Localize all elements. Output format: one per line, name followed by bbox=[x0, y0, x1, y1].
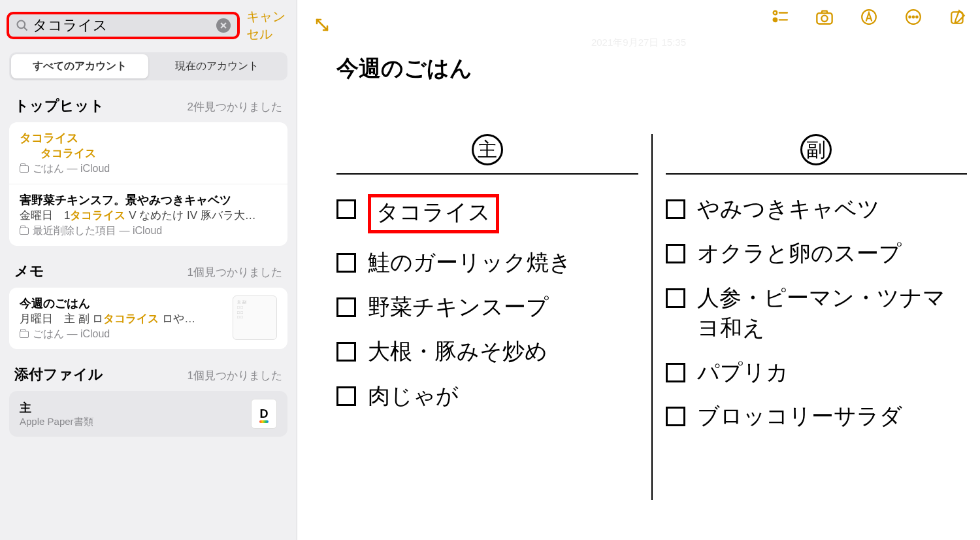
result-title: 害野菜チキンスフ。景やみつきキャベツ bbox=[20, 192, 277, 208]
list-item: 肉じゃが bbox=[336, 381, 638, 411]
checkbox-icon bbox=[666, 199, 685, 219]
svg-point-15 bbox=[916, 16, 918, 18]
list-item: オクラと卵のスープ bbox=[666, 239, 968, 269]
svg-point-0 bbox=[18, 21, 25, 29]
svg-point-6 bbox=[774, 18, 777, 22]
segment-current-account[interactable]: 現在のアカウント bbox=[148, 54, 286, 78]
account-segment: すべてのアカウント 現在のアカウント bbox=[9, 52, 287, 80]
section-header-memo: メモ 1個見つかりました bbox=[0, 246, 297, 288]
markup-icon[interactable] bbox=[860, 8, 878, 26]
result-title: 今週のごはん bbox=[20, 295, 225, 311]
result-location: 最近削除した項目 — iCloud bbox=[20, 224, 277, 238]
search-result[interactable]: 害野菜チキンスフ。景やみつきキャベツ 金曜日 1タコライス V なめたけ IV … bbox=[9, 184, 287, 246]
column-divider bbox=[651, 134, 653, 500]
list-item: ブロッコリーサラダ bbox=[666, 401, 968, 431]
section-title: 添付ファイル bbox=[14, 365, 103, 384]
checkbox-icon bbox=[336, 297, 356, 317]
column-header: 副 bbox=[666, 134, 968, 165]
checkbox-icon bbox=[666, 244, 685, 263]
section-title: メモ bbox=[14, 262, 44, 281]
folder-icon bbox=[20, 331, 29, 338]
column-side: 副 やみつきキャベツ オクラと卵のスープ 人参・ピーマン・ツナマヨ和え パプリカ… bbox=[666, 134, 968, 500]
checkbox-icon bbox=[336, 199, 356, 219]
checkbox-icon bbox=[666, 363, 685, 382]
expand-icon[interactable] bbox=[314, 17, 330, 33]
section-count: 1個見つかりました bbox=[188, 368, 282, 383]
list-item: 野菜チキンスープ bbox=[336, 292, 638, 322]
tophit-list: タコライス タコライス ごはん — iCloud 害野菜チキンスフ。景やみつきキ… bbox=[9, 122, 287, 246]
note-title: 今週のごはん bbox=[336, 54, 472, 84]
compose-icon[interactable] bbox=[949, 8, 967, 26]
column-header: 主 bbox=[336, 134, 638, 165]
svg-line-1 bbox=[24, 27, 27, 31]
search-result[interactable]: 今週のごはん 月曜日 主 副 ロタコライス ロや… ごはん — iCloud 主… bbox=[9, 288, 287, 349]
folder-icon bbox=[20, 165, 29, 173]
more-icon[interactable] bbox=[904, 8, 923, 26]
svg-point-4 bbox=[774, 11, 777, 14]
attachment-title: 主 bbox=[20, 400, 93, 416]
checkbox-icon bbox=[666, 407, 685, 426]
sidebar: キャンセル すべてのアカウント 現在のアカウント トップヒット 2件見つかりまし… bbox=[0, 0, 297, 540]
search-row: キャンセル bbox=[0, 8, 297, 43]
checkbox-icon bbox=[336, 386, 356, 406]
clear-search-icon[interactable] bbox=[216, 18, 231, 33]
svg-point-13 bbox=[909, 16, 911, 18]
search-input[interactable] bbox=[29, 17, 216, 34]
result-location: ごはん — iCloud bbox=[20, 162, 277, 176]
list-item: やみつきキャベツ bbox=[666, 194, 968, 224]
section-count: 2件見つかりました bbox=[188, 99, 282, 114]
search-box[interactable] bbox=[7, 12, 240, 39]
svg-point-14 bbox=[913, 16, 915, 18]
result-snippet: 金曜日 1タコライス V なめたけ IV 豚バラ大… bbox=[20, 208, 277, 223]
camera-icon[interactable] bbox=[815, 8, 834, 26]
section-count: 1個見つかりました bbox=[188, 265, 282, 280]
result-snippet: 月曜日 主 副 ロタコライス ロや… bbox=[20, 311, 225, 326]
memo-list: 今週のごはん 月曜日 主 副 ロタコライス ロや… ごはん — iCloud 主… bbox=[9, 288, 287, 349]
svg-point-9 bbox=[821, 16, 827, 22]
highlight-box: タコライス bbox=[368, 194, 499, 233]
handwriting-area[interactable]: 主 タコライス 鮭のガーリック焼き 野菜チキンスープ 大根・豚みそ炒め 肉じゃが… bbox=[336, 134, 967, 500]
memo-thumbnail: 主 副□ □□ □□ □ bbox=[233, 295, 277, 340]
document-icon: D bbox=[251, 399, 277, 429]
search-result[interactable]: タコライス タコライス ごはん — iCloud bbox=[9, 122, 287, 184]
list-item: 大根・豚みそ炒め bbox=[336, 337, 638, 367]
segment-all-accounts[interactable]: すべてのアカウント bbox=[11, 54, 148, 78]
checkbox-icon bbox=[336, 342, 356, 362]
checklist-icon[interactable] bbox=[771, 8, 789, 26]
section-title: トップヒット bbox=[14, 96, 105, 116]
note-date: 2021年9月27日 15:35 bbox=[297, 37, 980, 49]
list-item: タコライス bbox=[336, 194, 638, 233]
result-highlight: タコライス bbox=[20, 146, 277, 161]
cancel-button[interactable]: キャンセル bbox=[246, 8, 290, 43]
column-rule bbox=[336, 173, 638, 175]
result-location: ごはん — iCloud bbox=[20, 328, 225, 341]
column-rule bbox=[666, 173, 968, 175]
attachment-list: 主 Apple Paper書類 D bbox=[9, 391, 287, 437]
list-item: パプリカ bbox=[666, 358, 968, 388]
checkbox-icon bbox=[666, 288, 685, 308]
checkbox-icon bbox=[336, 253, 356, 273]
note-toolbar bbox=[771, 8, 967, 26]
result-title: タコライス bbox=[20, 130, 277, 146]
section-header-attach: 添付ファイル 1個見つかりました bbox=[0, 349, 297, 391]
section-header-tophit: トップヒット 2件見つかりました bbox=[0, 80, 297, 122]
column-main: 主 タコライス 鮭のガーリック焼き 野菜チキンスープ 大根・豚みそ炒め 肉じゃが bbox=[336, 134, 638, 500]
note-editor: 2021年9月27日 15:35 今週のごはん 主 タコライス 鮭のガーリック焼… bbox=[297, 0, 980, 540]
list-item: 人参・ピーマン・ツナマヨ和え bbox=[666, 283, 968, 343]
list-item: 鮭のガーリック焼き bbox=[336, 248, 638, 278]
attachment-subtitle: Apple Paper書類 bbox=[20, 416, 93, 428]
attachment-item[interactable]: 主 Apple Paper書類 D bbox=[9, 391, 287, 437]
folder-icon bbox=[20, 228, 29, 235]
search-icon bbox=[16, 19, 29, 32]
